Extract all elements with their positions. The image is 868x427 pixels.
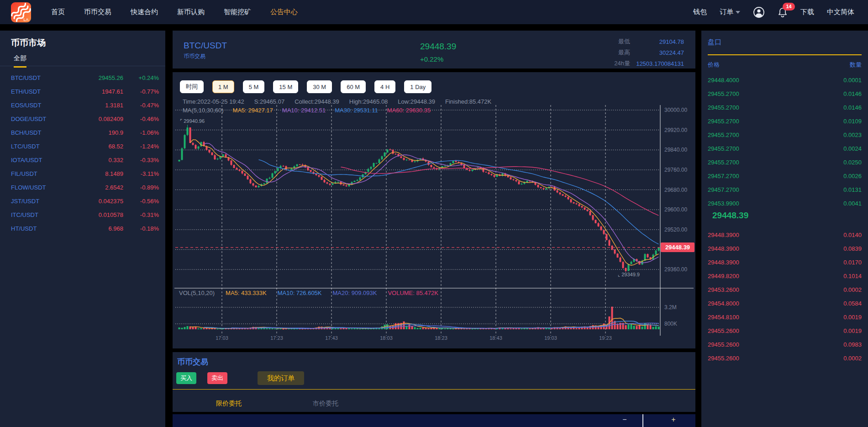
buy-button[interactable]: 买入 xyxy=(176,372,196,384)
nav-item-0[interactable]: 首页 xyxy=(51,8,65,16)
nav-item-2[interactable]: 快速合约 xyxy=(131,8,158,16)
pair-row[interactable]: HT/USDT6.968-0.18% xyxy=(0,221,165,235)
orders-dropdown[interactable]: 订单 xyxy=(720,8,740,16)
orderbook-sell-row[interactable]: 29457.27000.0026 xyxy=(701,169,868,183)
trade-section: 币币交易 买入 卖出 我的订单 限价委托 市价委托 xyxy=(173,352,695,412)
orderbook-sell-row[interactable]: 29455.27000.0250 xyxy=(701,155,868,169)
candle-body xyxy=(592,215,594,220)
orderbook-buy-row[interactable]: 29448.39000.0839 xyxy=(701,242,868,255)
volume-bar xyxy=(658,327,660,329)
orderbook-sell-row[interactable]: 29448.40000.0001 xyxy=(701,73,868,87)
logo-waves-icon: LA xyxy=(11,2,31,22)
pair-row[interactable]: DOGE/USDT0.082409-0.46% xyxy=(0,112,165,126)
orderbook-sell-row[interactable]: 29453.99000.0041 xyxy=(701,196,868,210)
amount-column-header: 数量 xyxy=(850,61,862,69)
pair-row[interactable]: FIL/USDT8.1489-3.11% xyxy=(0,167,165,180)
interval-button-4[interactable]: 30 M xyxy=(307,80,332,93)
candle-body xyxy=(409,160,410,160)
orderbook-buy-row[interactable]: 29448.39000.0140 xyxy=(701,228,868,242)
price-axis-label: 29600.00 xyxy=(664,206,694,213)
volume-bar xyxy=(540,328,542,329)
candle-body xyxy=(247,176,249,179)
candle-body xyxy=(400,156,402,158)
sell-button[interactable]: 卖出 xyxy=(207,372,227,384)
pair-change: -0.56% xyxy=(123,198,159,205)
pair-change: -0.89% xyxy=(123,184,159,191)
daily-stats: 最低29104.78最高30224.4724h量12503.170084131 xyxy=(614,36,684,69)
pair-symbol: ETH/USDT xyxy=(11,88,73,95)
orderbook-buy-row[interactable]: 29455.26000.0002 xyxy=(701,351,868,365)
volume-bar xyxy=(655,326,657,329)
pair-price: 1.3181 xyxy=(73,102,123,109)
orderbook-buy-row[interactable]: 29454.81000.0019 xyxy=(701,310,868,324)
kline-chart-panel: 时间1 M5 M15 M30 M60 M4 H1 Day Time:2022-0… xyxy=(173,72,695,348)
candle-body xyxy=(357,180,358,181)
pair-row[interactable]: ETH/USDT1947.61-0.77% xyxy=(0,84,165,98)
pair-symbol: FLOW/USDT xyxy=(11,184,73,191)
exchange-logo[interactable]: LA xyxy=(11,2,31,22)
orderbook-buy-row[interactable]: 29454.80000.0584 xyxy=(701,296,868,310)
interval-button-6[interactable]: 4 H xyxy=(374,80,395,93)
language-selector[interactable]: 中文简体 xyxy=(827,8,854,16)
tab-market-order[interactable]: 市价委托 xyxy=(313,400,338,408)
pair-row[interactable]: FLOW/USDT2.6542-0.89% xyxy=(0,180,165,194)
order-price: 29454.8000 xyxy=(708,300,739,307)
nav-item-4[interactable]: 智能挖矿 xyxy=(224,8,251,16)
candle-body xyxy=(431,165,432,167)
orderbook-buy-row[interactable]: 29455.26000.0983 xyxy=(701,337,868,351)
orderbook-sell-row[interactable]: 29455.27000.0146 xyxy=(701,100,868,114)
orderbook-buy-row[interactable]: 29449.82000.1014 xyxy=(701,269,868,283)
profile-button[interactable] xyxy=(753,6,765,18)
increase-button[interactable]: + xyxy=(667,416,680,424)
candle-body xyxy=(274,171,276,174)
orderbook-sell-row[interactable]: 29455.27000.0024 xyxy=(701,142,868,155)
pair-price: 68.52 xyxy=(73,143,123,150)
interval-button-7[interactable]: 1 Day xyxy=(404,80,431,93)
pair-row[interactable]: BTC/USDT29455.26+0.24% xyxy=(0,71,165,84)
order-amount: 0.0001 xyxy=(843,77,862,84)
stat-label: 最低 xyxy=(618,37,630,46)
orderbook-sell-row[interactable]: 29455.27000.0023 xyxy=(701,128,868,142)
pair-row[interactable]: LTC/USDT68.52-1.24% xyxy=(0,139,165,153)
interval-button-2[interactable]: 5 M xyxy=(243,80,265,93)
download-link[interactable]: 下载 xyxy=(800,8,814,16)
candle-body xyxy=(617,253,619,258)
candle-body xyxy=(379,159,380,163)
orderbook-sell-row[interactable]: 29457.27000.0131 xyxy=(701,183,868,196)
orderbook-buy-row[interactable]: 29455.26000.0019 xyxy=(701,324,868,337)
price-column-header: 价格 xyxy=(708,61,720,69)
nav-item-5[interactable]: 公告中心 xyxy=(270,8,298,16)
candle-body xyxy=(507,176,509,177)
pair-row[interactable]: IOTA/USDT0.332-0.33% xyxy=(0,153,165,167)
volume-bar xyxy=(642,327,643,329)
interval-button-5[interactable]: 60 M xyxy=(341,80,366,93)
tab-all-markets[interactable]: 全部 xyxy=(14,54,26,68)
interval-button-1[interactable]: 1 M xyxy=(212,80,234,93)
stat-value: 12503.170084131 xyxy=(630,60,684,67)
pair-row[interactable]: ITC/USDT0.010578-0.31% xyxy=(0,208,165,221)
pair-row[interactable]: EOS/USDT1.3181-0.47% xyxy=(0,98,165,112)
decrease-button[interactable]: − xyxy=(618,416,631,424)
orderbook-sell-row[interactable]: 29455.27000.0109 xyxy=(701,114,868,128)
volume-bar xyxy=(633,326,635,329)
tab-limit-order[interactable]: 限价委托 xyxy=(216,400,242,408)
pair-row[interactable]: BCH/USDT190.9-1.06% xyxy=(0,126,165,139)
nav-item-3[interactable]: 新币认购 xyxy=(177,8,205,16)
notification-badge: 14 xyxy=(783,3,795,11)
pair-symbol: HT/USDT xyxy=(11,225,73,232)
volume-bar xyxy=(236,328,238,329)
wallet-link[interactable]: 钱包 xyxy=(693,8,707,16)
my-orders-button[interactable]: 我的订单 xyxy=(258,371,304,385)
orderbook-buy-row[interactable]: 29448.39000.0170 xyxy=(701,255,868,269)
nav-item-1[interactable]: 币币交易 xyxy=(84,8,111,16)
pair-row[interactable]: JST/USDT0.042375-0.56% xyxy=(0,194,165,208)
notifications-button[interactable]: 14 xyxy=(778,7,788,18)
order-amount: 0.0019 xyxy=(843,327,862,334)
candle-body xyxy=(537,185,539,187)
interval-button-0[interactable]: 时间 xyxy=(180,80,204,93)
orderbook-buy-row[interactable]: 29453.26000.0002 xyxy=(701,283,868,296)
interval-button-3[interactable]: 15 M xyxy=(273,80,298,93)
candle-body xyxy=(373,163,375,167)
orderbook-sell-row[interactable]: 29455.27000.0146 xyxy=(701,87,868,100)
pair-change: -0.31% xyxy=(123,211,159,218)
